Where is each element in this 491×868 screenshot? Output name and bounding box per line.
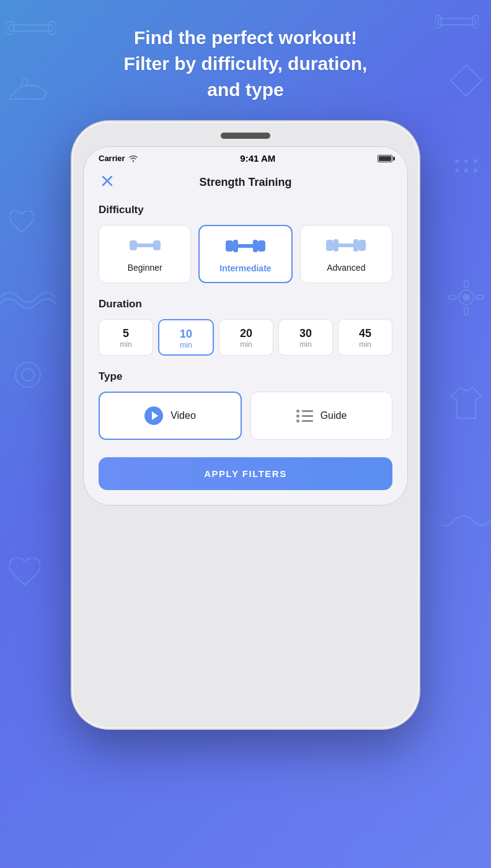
- phone-frame: Carrier 9:41 AM: [72, 121, 419, 729]
- duration-30-unit: min: [299, 340, 311, 349]
- beginner-dumbbell-icon: [127, 237, 163, 254]
- svg-point-14: [474, 169, 477, 172]
- duration-30-value: 30: [299, 327, 312, 340]
- duration-20[interactable]: 20 min: [219, 319, 273, 356]
- svg-rect-18: [464, 307, 468, 315]
- svg-rect-0: [9, 25, 53, 31]
- svg-point-4: [22, 369, 34, 381]
- duration-10-unit: min: [180, 341, 192, 349]
- duration-30[interactable]: 30 min: [278, 319, 333, 356]
- type-label: Type: [99, 370, 392, 383]
- svg-point-3: [15, 362, 40, 387]
- duration-20-unit: min: [240, 340, 252, 349]
- duration-5-unit: min: [120, 340, 131, 349]
- type-section: Type Video: [99, 370, 392, 440]
- type-cards: Video Guide: [99, 392, 392, 440]
- nav-title: Strength Training: [199, 176, 291, 189]
- duration-cards: 5 min 10 min 20 min 30: [99, 319, 392, 356]
- svg-rect-1: [6, 22, 14, 34]
- duration-45[interactable]: 45 min: [338, 319, 392, 356]
- difficulty-section: Difficulty Beginner: [99, 204, 392, 283]
- svg-rect-27: [226, 240, 233, 252]
- svg-point-13: [464, 169, 468, 172]
- header-text: Find the perfect workout! Filter by diff…: [87, 25, 405, 103]
- svg-rect-7: [472, 15, 479, 28]
- carrier-label: Carrier: [99, 154, 125, 163]
- battery-icon: [378, 155, 392, 162]
- svg-point-10: [464, 159, 468, 163]
- intermediate-dumbbell-icon: [224, 237, 267, 255]
- list-icon: [296, 410, 313, 423]
- svg-rect-28: [233, 240, 238, 252]
- difficulty-intermediate[interactable]: Intermediate: [198, 225, 292, 283]
- duration-45-unit: min: [359, 340, 371, 349]
- nav-bar: Strength Training: [99, 176, 392, 189]
- status-bar: Carrier 9:41 AM: [84, 147, 407, 166]
- apply-filters-button[interactable]: APPLY FILTERS: [99, 457, 392, 490]
- svg-rect-2: [48, 22, 56, 34]
- svg-rect-24: [130, 240, 137, 250]
- video-label: Video: [170, 410, 196, 421]
- svg-marker-8: [451, 65, 482, 96]
- difficulty-cards: Beginner: [99, 225, 392, 283]
- phone-screen: Carrier 9:41 AM: [83, 146, 408, 506]
- phone-mockup: Carrier 9:41 AM: [72, 121, 419, 729]
- advanced-label: Advanced: [327, 263, 365, 273]
- svg-point-11: [474, 159, 477, 163]
- duration-10-value: 10: [180, 328, 192, 341]
- duration-10[interactable]: 10 min: [158, 319, 214, 356]
- difficulty-beginner[interactable]: Beginner: [99, 225, 191, 283]
- status-right: [378, 155, 392, 162]
- play-triangle: [152, 411, 158, 420]
- svg-rect-35: [358, 240, 366, 251]
- guide-label: Guide: [321, 410, 347, 421]
- svg-point-9: [455, 159, 459, 163]
- difficulty-label: Difficulty: [99, 204, 392, 216]
- phone-speaker: [221, 133, 270, 139]
- status-time: 9:41 AM: [240, 153, 275, 164]
- duration-section: Duration 5 min 10 min 20 min: [99, 298, 392, 356]
- svg-rect-33: [334, 239, 338, 252]
- intermediate-label: Intermediate: [219, 263, 271, 273]
- svg-rect-17: [464, 280, 468, 287]
- svg-rect-34: [353, 239, 358, 252]
- type-video[interactable]: Video: [99, 392, 242, 440]
- svg-rect-6: [435, 15, 441, 28]
- svg-rect-29: [253, 240, 258, 252]
- svg-rect-30: [258, 240, 265, 252]
- difficulty-advanced[interactable]: Advanced: [300, 225, 392, 283]
- svg-point-15: [459, 290, 474, 305]
- duration-20-value: 20: [240, 327, 252, 340]
- carrier-info: Carrier: [99, 154, 138, 163]
- close-button[interactable]: [99, 172, 116, 193]
- type-guide[interactable]: Guide: [250, 392, 392, 440]
- svg-point-16: [462, 294, 470, 301]
- advanced-dumbbell-icon: [325, 237, 367, 254]
- play-icon: [144, 406, 163, 425]
- svg-rect-19: [449, 296, 456, 299]
- svg-rect-25: [153, 240, 161, 250]
- svg-rect-23: [136, 243, 154, 247]
- duration-label: Duration: [99, 298, 392, 310]
- duration-5[interactable]: 5 min: [99, 319, 153, 356]
- wifi-icon: [128, 155, 138, 162]
- svg-rect-20: [476, 296, 484, 299]
- duration-45-value: 45: [359, 327, 371, 340]
- svg-rect-5: [438, 19, 476, 25]
- duration-5-value: 5: [123, 327, 129, 340]
- beginner-label: Beginner: [128, 263, 162, 273]
- svg-rect-32: [326, 240, 334, 251]
- app-content: Strength Training Difficulty: [84, 166, 407, 505]
- svg-point-12: [455, 169, 459, 172]
